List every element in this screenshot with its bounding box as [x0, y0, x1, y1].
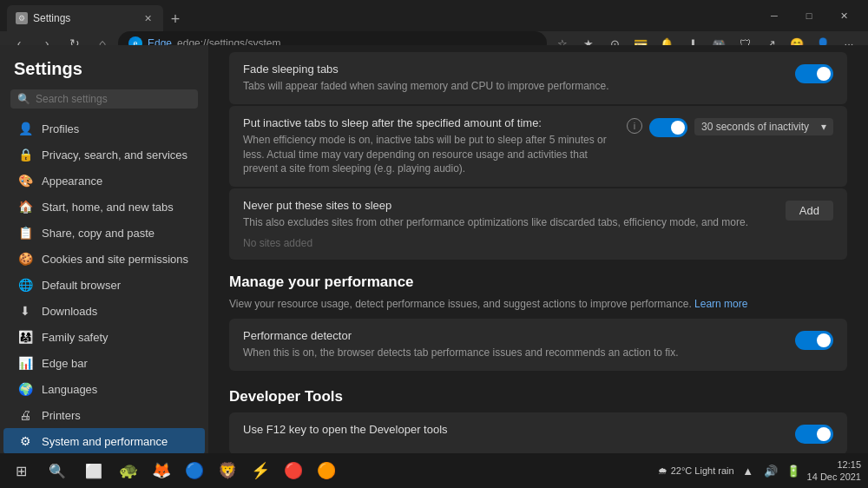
printers-icon: 🖨	[17, 407, 33, 423]
performance-detector-row: Performance detector When this is on, th…	[243, 329, 833, 360]
tab-title: Settings	[33, 12, 70, 24]
performance-detector-title: Performance detector	[243, 329, 781, 342]
network-icon[interactable]: ▲	[738, 460, 759, 481]
taskbar-apps: 🐢 🦊 🔵 🦁 ⚡ 🔴 🟠	[113, 455, 342, 486]
default-icon: 🌐	[17, 277, 33, 293]
clock-date: 14 Dec 2021	[807, 471, 861, 483]
sidebar-title: Settings	[0, 52, 208, 89]
sidebar-item-family[interactable]: 👨‍👩‍👧 Family safety	[3, 324, 205, 350]
downloads-icon: ⬇	[17, 303, 33, 319]
taskbar-left: ⊞ 🔍 ⬜ 🐢 🦊 🔵 🦁 ⚡ 🔴 🟠	[0, 453, 342, 488]
sidebar-item-edgebar[interactable]: 📊 Edge bar	[3, 350, 205, 376]
add-site-button[interactable]: Add	[786, 201, 833, 221]
languages-icon: 🌍	[17, 381, 33, 397]
search-input[interactable]	[36, 93, 191, 105]
f12-text: Use F12 key to open the Developer tools	[243, 423, 781, 439]
taskbar-app-edge[interactable]: 🔵	[179, 455, 210, 486]
share-nav-icon: 📋	[17, 225, 33, 241]
task-view-button[interactable]: ⬜	[76, 453, 111, 488]
taskbar: ⊞ 🔍 ⬜ 🐢 🦊 🔵 🦁 ⚡ 🔴 🟠 🌧 22°C Light rain ▲ …	[0, 453, 868, 488]
sidebar-item-downloads-label: Downloads	[42, 305, 97, 318]
start-button[interactable]: ⊞	[3, 453, 38, 488]
sidebar-item-profiles-label: Profiles	[42, 122, 79, 135]
search-taskbar-button[interactable]: 🔍	[40, 453, 75, 488]
privacy-icon: 🔒	[17, 147, 33, 162]
sidebar-item-share[interactable]: 📋 Share, copy and paste	[3, 220, 205, 246]
sidebar-item-start[interactable]: 🏠 Start, home, and new tabs	[3, 194, 205, 220]
sidebar-item-printers[interactable]: 🖨 Printers	[3, 402, 205, 428]
system-icon: ⚙	[17, 433, 33, 449]
performance-detector-text: Performance detector When this is on, th…	[243, 329, 781, 360]
developer-tools-heading: Developer Tools	[229, 388, 847, 406]
weather-text: 22°C Light rain	[671, 465, 734, 476]
sleep-dropdown[interactable]: 30 seconds of inactivity ▾	[694, 118, 833, 135]
f12-card: Use F12 key to open the Developer tools	[229, 412, 847, 454]
inactive-tabs-desc: When efficiency mode is on, inactive tab…	[243, 133, 620, 176]
sidebar-item-downloads[interactable]: ⬇ Downloads	[3, 298, 205, 324]
content-area: Fade sleeping tabs Tabs will appear fade…	[208, 45, 868, 488]
battery-icon[interactable]: 🔋	[783, 460, 804, 481]
taskbar-app-other[interactable]: 🟠	[311, 455, 342, 486]
manage-performance-heading: Manage your performance	[229, 274, 847, 291]
restore-button[interactable]: □	[792, 0, 826, 31]
sidebar-item-privacy-label: Privacy, search, and services	[42, 148, 187, 162]
main-layout: Settings 🔍 👤 Profiles 🔒 Privacy, search,…	[0, 45, 868, 488]
taskbar-app-opera[interactable]: 🔴	[278, 455, 309, 486]
profiles-icon: 👤	[17, 121, 33, 136]
sidebar-item-appearance[interactable]: 🎨 Appearance	[3, 168, 205, 194]
performance-detector-toggle[interactable]	[795, 331, 833, 350]
sidebar-item-privacy[interactable]: 🔒 Privacy, search, and services	[3, 142, 205, 168]
clock[interactable]: 12:15 14 Dec 2021	[807, 458, 861, 484]
new-tab-button[interactable]: +	[163, 7, 187, 31]
sidebar-item-appearance-label: Appearance	[42, 175, 102, 188]
sound-icon[interactable]: 🔊	[760, 460, 781, 481]
fade-sleeping-row: Fade sleeping tabs Tabs will appear fade…	[243, 63, 833, 94]
search-box[interactable]: 🔍	[10, 89, 198, 109]
settings-tab[interactable]: ⚙ Settings ✕	[7, 5, 163, 31]
clock-time: 12:15	[807, 458, 861, 471]
sys-icons: ▲ 🔊 🔋	[738, 460, 804, 481]
sidebar-item-default[interactable]: 🌐 Default browser	[3, 272, 205, 298]
sleep-controls: i 30 seconds of inactivity ▾	[627, 116, 833, 137]
performance-detector-desc: When this is on, the browser detects tab…	[243, 346, 781, 360]
sidebar-item-system[interactable]: ⚙ System and performance	[3, 428, 205, 454]
close-button[interactable]: ✕	[826, 0, 861, 31]
taskbar-app-brave[interactable]: 🦁	[212, 455, 243, 486]
taskbar-app-red[interactable]: 🐢	[113, 455, 144, 486]
taskbar-app-chrome[interactable]: ⚡	[245, 455, 276, 486]
manage-performance-desc: View your resource usage, detect perform…	[229, 298, 847, 310]
sleep-dropdown-value: 30 seconds of inactivity	[701, 121, 809, 133]
window-controls: ─ □ ✕	[757, 0, 861, 31]
f12-toggle[interactable]	[795, 425, 833, 444]
inactive-tabs-toggle[interactable]	[649, 118, 687, 137]
info-icon[interactable]: i	[627, 118, 642, 134]
start-icon: 🏠	[17, 199, 33, 214]
weather-icon: 🌧	[658, 465, 667, 476]
fade-sleeping-text: Fade sleeping tabs Tabs will appear fade…	[243, 63, 781, 94]
chevron-down-icon: ▾	[821, 121, 826, 133]
taskbar-app-firefox[interactable]: 🦊	[146, 455, 177, 486]
sidebar-item-cookies-label: Cookies and site permissions	[42, 253, 188, 266]
minimize-button[interactable]: ─	[757, 0, 792, 31]
sidebar-item-languages[interactable]: 🌍 Languages	[3, 376, 205, 402]
never-sleep-title: Never put these sites to sleep	[243, 199, 772, 212]
browser-chrome: ⚙ Settings ✕ + ─ □ ✕ ‹ › ↻ ⌂ e Edge edge…	[0, 0, 868, 45]
family-icon: 👨‍👩‍👧	[17, 329, 33, 345]
appearance-icon: 🎨	[17, 173, 33, 188]
sidebar-item-cookies[interactable]: 🍪 Cookies and site permissions	[3, 246, 205, 272]
inactive-tabs-title: Put inactive tabs to sleep after the spe…	[243, 116, 620, 129]
search-icon: 🔍	[17, 93, 30, 105]
fade-sleeping-card: Fade sleeping tabs Tabs will appear fade…	[229, 52, 847, 104]
inactive-tabs-card: Put inactive tabs to sleep after the spe…	[229, 106, 847, 187]
tab-close-button[interactable]: ✕	[141, 11, 155, 25]
performance-detector-card: Performance detector When this is on, th…	[229, 319, 847, 371]
sidebar-item-share-label: Share, copy and paste	[42, 227, 155, 240]
sidebar-item-profiles[interactable]: 👤 Profiles	[3, 115, 205, 142]
learn-more-link[interactable]: Learn more	[694, 298, 747, 310]
f12-row: Use F12 key to open the Developer tools	[243, 423, 833, 444]
no-sites-label: No sites added	[243, 237, 833, 249]
fade-sleeping-toggle[interactable]	[795, 64, 833, 83]
sidebar-item-languages-label: Languages	[42, 383, 97, 396]
edgebar-icon: 📊	[17, 355, 33, 371]
weather-info: 🌧 22°C Light rain	[658, 465, 734, 476]
